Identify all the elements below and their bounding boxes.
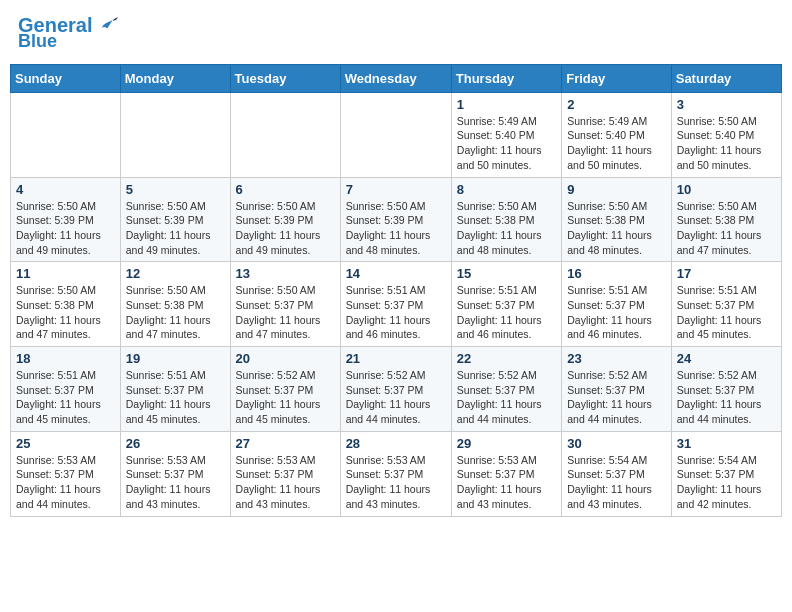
calendar-cell: 24Sunrise: 5:52 AM Sunset: 5:37 PM Dayli… (671, 347, 781, 432)
calendar-cell: 26Sunrise: 5:53 AM Sunset: 5:37 PM Dayli… (120, 431, 230, 516)
day-info: Sunrise: 5:54 AM Sunset: 5:37 PM Dayligh… (567, 453, 666, 512)
calendar-cell: 14Sunrise: 5:51 AM Sunset: 5:37 PM Dayli… (340, 262, 451, 347)
calendar-cell: 21Sunrise: 5:52 AM Sunset: 5:37 PM Dayli… (340, 347, 451, 432)
day-info: Sunrise: 5:51 AM Sunset: 5:37 PM Dayligh… (677, 283, 776, 342)
day-info: Sunrise: 5:50 AM Sunset: 5:39 PM Dayligh… (16, 199, 115, 258)
week-row-3: 11Sunrise: 5:50 AM Sunset: 5:38 PM Dayli… (11, 262, 782, 347)
page-header: General Blue (10, 10, 782, 56)
day-info: Sunrise: 5:52 AM Sunset: 5:37 PM Dayligh… (677, 368, 776, 427)
weekday-header-tuesday: Tuesday (230, 64, 340, 92)
day-info: Sunrise: 5:49 AM Sunset: 5:40 PM Dayligh… (457, 114, 556, 173)
day-number: 20 (236, 351, 335, 366)
calendar-cell: 31Sunrise: 5:54 AM Sunset: 5:37 PM Dayli… (671, 431, 781, 516)
calendar-cell: 5Sunrise: 5:50 AM Sunset: 5:39 PM Daylig… (120, 177, 230, 262)
calendar-cell: 17Sunrise: 5:51 AM Sunset: 5:37 PM Dayli… (671, 262, 781, 347)
day-info: Sunrise: 5:50 AM Sunset: 5:38 PM Dayligh… (457, 199, 556, 258)
day-info: Sunrise: 5:51 AM Sunset: 5:37 PM Dayligh… (346, 283, 446, 342)
week-row-4: 18Sunrise: 5:51 AM Sunset: 5:37 PM Dayli… (11, 347, 782, 432)
day-info: Sunrise: 5:50 AM Sunset: 5:38 PM Dayligh… (16, 283, 115, 342)
calendar-cell: 25Sunrise: 5:53 AM Sunset: 5:37 PM Dayli… (11, 431, 121, 516)
day-info: Sunrise: 5:52 AM Sunset: 5:37 PM Dayligh… (457, 368, 556, 427)
day-number: 30 (567, 436, 666, 451)
day-number: 14 (346, 266, 446, 281)
day-info: Sunrise: 5:53 AM Sunset: 5:37 PM Dayligh… (16, 453, 115, 512)
day-number: 31 (677, 436, 776, 451)
day-info: Sunrise: 5:53 AM Sunset: 5:37 PM Dayligh… (126, 453, 225, 512)
day-info: Sunrise: 5:53 AM Sunset: 5:37 PM Dayligh… (236, 453, 335, 512)
day-number: 29 (457, 436, 556, 451)
day-number: 28 (346, 436, 446, 451)
day-number: 3 (677, 97, 776, 112)
day-info: Sunrise: 5:49 AM Sunset: 5:40 PM Dayligh… (567, 114, 666, 173)
calendar-cell: 15Sunrise: 5:51 AM Sunset: 5:37 PM Dayli… (451, 262, 561, 347)
day-number: 24 (677, 351, 776, 366)
calendar-cell: 11Sunrise: 5:50 AM Sunset: 5:38 PM Dayli… (11, 262, 121, 347)
calendar-cell: 4Sunrise: 5:50 AM Sunset: 5:39 PM Daylig… (11, 177, 121, 262)
day-info: Sunrise: 5:52 AM Sunset: 5:37 PM Dayligh… (346, 368, 446, 427)
calendar-cell: 8Sunrise: 5:50 AM Sunset: 5:38 PM Daylig… (451, 177, 561, 262)
calendar-cell (11, 92, 121, 177)
weekday-header-row: SundayMondayTuesdayWednesdayThursdayFrid… (11, 64, 782, 92)
calendar-cell: 13Sunrise: 5:50 AM Sunset: 5:37 PM Dayli… (230, 262, 340, 347)
calendar-cell: 22Sunrise: 5:52 AM Sunset: 5:37 PM Dayli… (451, 347, 561, 432)
calendar-cell: 29Sunrise: 5:53 AM Sunset: 5:37 PM Dayli… (451, 431, 561, 516)
day-info: Sunrise: 5:53 AM Sunset: 5:37 PM Dayligh… (346, 453, 446, 512)
calendar-table: SundayMondayTuesdayWednesdayThursdayFrid… (10, 64, 782, 517)
day-info: Sunrise: 5:51 AM Sunset: 5:37 PM Dayligh… (457, 283, 556, 342)
day-number: 8 (457, 182, 556, 197)
day-number: 26 (126, 436, 225, 451)
day-number: 4 (16, 182, 115, 197)
day-info: Sunrise: 5:50 AM Sunset: 5:38 PM Dayligh… (677, 199, 776, 258)
logo-blue: Blue (18, 31, 57, 51)
day-info: Sunrise: 5:52 AM Sunset: 5:37 PM Dayligh… (567, 368, 666, 427)
calendar-cell: 6Sunrise: 5:50 AM Sunset: 5:39 PM Daylig… (230, 177, 340, 262)
calendar-cell: 18Sunrise: 5:51 AM Sunset: 5:37 PM Dayli… (11, 347, 121, 432)
day-number: 13 (236, 266, 335, 281)
day-info: Sunrise: 5:52 AM Sunset: 5:37 PM Dayligh… (236, 368, 335, 427)
day-number: 9 (567, 182, 666, 197)
day-number: 11 (16, 266, 115, 281)
calendar-cell: 9Sunrise: 5:50 AM Sunset: 5:38 PM Daylig… (562, 177, 672, 262)
day-info: Sunrise: 5:50 AM Sunset: 5:39 PM Dayligh… (346, 199, 446, 258)
week-row-5: 25Sunrise: 5:53 AM Sunset: 5:37 PM Dayli… (11, 431, 782, 516)
day-number: 15 (457, 266, 556, 281)
calendar-cell: 1Sunrise: 5:49 AM Sunset: 5:40 PM Daylig… (451, 92, 561, 177)
weekday-header-saturday: Saturday (671, 64, 781, 92)
calendar-cell: 28Sunrise: 5:53 AM Sunset: 5:37 PM Dayli… (340, 431, 451, 516)
calendar-body: 1Sunrise: 5:49 AM Sunset: 5:40 PM Daylig… (11, 92, 782, 516)
calendar-cell: 27Sunrise: 5:53 AM Sunset: 5:37 PM Dayli… (230, 431, 340, 516)
day-info: Sunrise: 5:53 AM Sunset: 5:37 PM Dayligh… (457, 453, 556, 512)
day-number: 21 (346, 351, 446, 366)
day-info: Sunrise: 5:50 AM Sunset: 5:38 PM Dayligh… (126, 283, 225, 342)
day-info: Sunrise: 5:51 AM Sunset: 5:37 PM Dayligh… (126, 368, 225, 427)
day-number: 17 (677, 266, 776, 281)
day-number: 7 (346, 182, 446, 197)
calendar-cell: 23Sunrise: 5:52 AM Sunset: 5:37 PM Dayli… (562, 347, 672, 432)
day-info: Sunrise: 5:50 AM Sunset: 5:39 PM Dayligh… (126, 199, 225, 258)
day-info: Sunrise: 5:50 AM Sunset: 5:37 PM Dayligh… (236, 283, 335, 342)
weekday-header-sunday: Sunday (11, 64, 121, 92)
week-row-1: 1Sunrise: 5:49 AM Sunset: 5:40 PM Daylig… (11, 92, 782, 177)
weekday-header-wednesday: Wednesday (340, 64, 451, 92)
day-info: Sunrise: 5:50 AM Sunset: 5:40 PM Dayligh… (677, 114, 776, 173)
day-number: 16 (567, 266, 666, 281)
weekday-header-monday: Monday (120, 64, 230, 92)
calendar-cell (340, 92, 451, 177)
day-number: 5 (126, 182, 225, 197)
day-info: Sunrise: 5:51 AM Sunset: 5:37 PM Dayligh… (567, 283, 666, 342)
day-number: 22 (457, 351, 556, 366)
calendar-cell: 12Sunrise: 5:50 AM Sunset: 5:38 PM Dayli… (120, 262, 230, 347)
calendar-cell: 3Sunrise: 5:50 AM Sunset: 5:40 PM Daylig… (671, 92, 781, 177)
day-info: Sunrise: 5:50 AM Sunset: 5:38 PM Dayligh… (567, 199, 666, 258)
calendar-cell: 16Sunrise: 5:51 AM Sunset: 5:37 PM Dayli… (562, 262, 672, 347)
calendar-cell: 10Sunrise: 5:50 AM Sunset: 5:38 PM Dayli… (671, 177, 781, 262)
logo: General Blue (18, 14, 118, 52)
weekday-header-thursday: Thursday (451, 64, 561, 92)
calendar-cell: 20Sunrise: 5:52 AM Sunset: 5:37 PM Dayli… (230, 347, 340, 432)
day-number: 18 (16, 351, 115, 366)
day-number: 25 (16, 436, 115, 451)
day-info: Sunrise: 5:54 AM Sunset: 5:37 PM Dayligh… (677, 453, 776, 512)
day-info: Sunrise: 5:50 AM Sunset: 5:39 PM Dayligh… (236, 199, 335, 258)
calendar-cell: 2Sunrise: 5:49 AM Sunset: 5:40 PM Daylig… (562, 92, 672, 177)
day-number: 19 (126, 351, 225, 366)
